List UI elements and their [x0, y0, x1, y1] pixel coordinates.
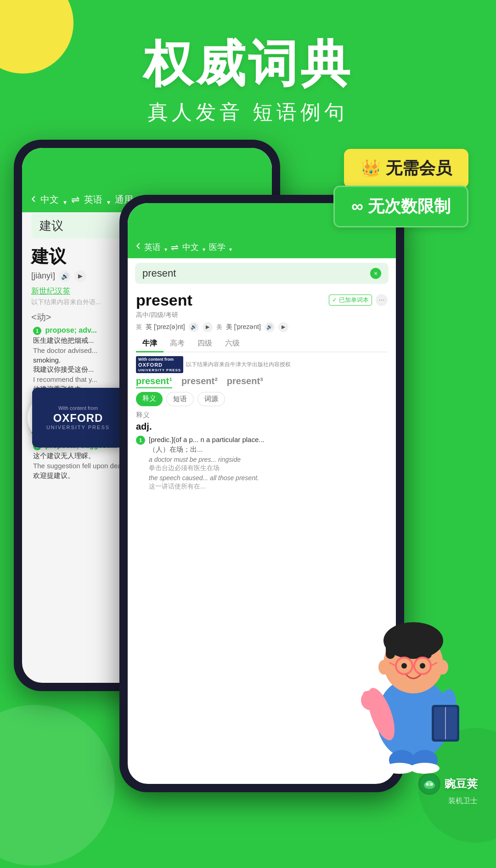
badge-no-member: 👑 无需会员 — [344, 149, 468, 188]
watermark-content: 豌豆荚 装机卫士 — [418, 772, 478, 806]
front-word-actions: ✓ 已加单词本 ··· — [329, 294, 388, 306]
oxford-mini-badge: With content from OXFORD UNIVERSITY PRES… — [136, 356, 183, 374]
badge-no-limit: ∞ 无次数限制 — [333, 186, 468, 227]
tab-cet4[interactable]: 四级 — [191, 336, 219, 352]
subtab-etymology[interactable]: 词源 — [197, 392, 225, 406]
tab-gaokao[interactable]: 高考 — [163, 336, 191, 352]
oxford-brand-text: OXFORD — [53, 412, 103, 425]
example-en-1: a doctor must be pres... ringside — [149, 456, 265, 463]
badge-no-limit-text: 无次数限制 — [368, 195, 451, 218]
dropdown-icon2: ▾ — [107, 199, 110, 206]
front-lang-to[interactable]: 中文 — [182, 242, 199, 253]
tab-cet6[interactable]: 六级 — [219, 336, 246, 352]
hero-subtitle: 真人发音 短语例句 — [0, 99, 496, 126]
svg-point-13 — [401, 663, 407, 669]
front-sub-tabs: 释义 短语 词源 — [136, 392, 388, 406]
play-icon[interactable]: ▶ — [74, 270, 86, 282]
front-dropdown2: ▾ — [203, 246, 205, 253]
def-num-1: 1 — [33, 327, 41, 335]
sound-icon[interactable]: 🔊 — [59, 270, 71, 282]
crown-icon: 👑 — [361, 159, 381, 178]
subtab-phrase[interactable]: 短语 — [166, 392, 194, 406]
front-word-section: present ✓ 已加单词本 ··· 高中/四级/考研 英 英 ['prez(… — [128, 289, 396, 496]
def-text-1: [predic.](of a p... n a particular place… — [149, 435, 265, 445]
play-us-icon[interactable]: ▶ — [278, 322, 288, 332]
svg-point-25 — [385, 763, 414, 774]
example-en-2: the speech caused... all those present. — [149, 474, 265, 482]
svg-point-15 — [378, 660, 389, 675]
bookmark-icon[interactable]: ✓ 已加单词本 — [329, 295, 372, 306]
svg-point-33 — [430, 783, 433, 786]
phonetic-en-text: 英 ['prez(ə)nt] — [146, 323, 185, 331]
front-phonetics-row: 英 英 ['prez(ə)nt] 🔊 ▶ 美 美 ['prezənt] 🔊 ▶ — [136, 322, 388, 332]
wandoujia-row: 豌豆荚 — [418, 772, 478, 795]
front-pos: adj. — [136, 421, 388, 432]
variant-2[interactable]: present² — [181, 376, 218, 388]
oxford-source-text: 以下结果内容来自牛津大学出版社内容授权 — [186, 361, 291, 369]
sound-en-icon[interactable]: 🔊 — [189, 322, 199, 332]
lang-from-label[interactable]: 中文 — [40, 193, 59, 206]
front-dropdown3: ▾ — [229, 246, 232, 253]
phonetic-en-label: 英 — [136, 323, 142, 331]
tab-oxford[interactable]: 牛津 — [136, 336, 163, 352]
front-swap-icon[interactable]: ⇌ — [171, 242, 179, 253]
example-cn-1: 拳击台边必须有医生在场 — [149, 464, 265, 472]
back-search-text: 建议 — [39, 218, 63, 234]
front-dropdown1: ▾ — [164, 246, 167, 253]
front-word-level: 高中/四级/考研 — [136, 311, 388, 319]
def-row-1: 1 [predic.](of a p... n a particular pla… — [136, 435, 388, 491]
front-word-header: present ✓ 已加单词本 ··· — [136, 291, 388, 309]
svg-point-14 — [420, 663, 425, 669]
section-label: 释义 — [136, 411, 388, 420]
oxford-inline-badge: With content from OXFORD UNIVERSITY PRES… — [136, 356, 388, 374]
badge-no-member-text: 无需会员 — [386, 157, 452, 180]
svg-rect-27 — [363, 691, 370, 705]
wandoujia-icon — [418, 772, 441, 795]
svg-rect-6 — [386, 636, 395, 659]
lang-to-label[interactable]: 英语 — [84, 193, 102, 206]
front-dict-tabs: 牛津 高考 四级 六级 — [136, 336, 388, 352]
def-cn-1: （人）在场；出... — [149, 445, 265, 454]
back-pinyin-text: [jiànyì] — [31, 271, 55, 281]
hero-title: 权威词典 — [0, 37, 496, 91]
variant-1[interactable]: present¹ — [136, 376, 172, 388]
phonetic-us-text: 美 ['prezənt] — [226, 323, 261, 331]
front-search-bar[interactable]: present × — [135, 263, 389, 284]
hero-section: 权威词典 真人发音 短语例句 — [0, 0, 496, 135]
def1-text: propose; adv... — [45, 326, 97, 334]
swap-icon[interactable]: ⇌ — [71, 194, 79, 206]
front-search-word: present — [142, 267, 176, 279]
watermark-sub: 装机卫士 — [448, 796, 478, 806]
def-content-1: [predic.](of a p... n a particular place… — [149, 435, 265, 491]
more-icon[interactable]: ··· — [376, 294, 388, 306]
svg-rect-7 — [423, 636, 432, 659]
watermark-name: 豌豆荚 — [445, 777, 478, 791]
def-num-circle-1: 1 — [136, 436, 145, 445]
phonetic-us-label: 美 — [216, 323, 222, 331]
play-en-icon[interactable]: ▶ — [203, 322, 213, 332]
svg-point-32 — [426, 783, 428, 786]
bottom-circle-1 — [0, 705, 115, 866]
front-lang-from[interactable]: 英语 — [144, 242, 161, 253]
svg-point-16 — [437, 660, 448, 675]
front-search-clear[interactable]: × — [370, 268, 381, 279]
front-back-chevron[interactable]: ‹ — [136, 237, 141, 253]
front-word-main: present — [136, 291, 192, 309]
sound-us-icon[interactable]: 🔊 — [265, 322, 275, 332]
oxford-with-text: With content from — [58, 405, 98, 411]
phone-area: 👑 无需会员 ∞ 无次数限制 ‹ 中文 ▾ ⇌ 英语 ▾ 通用 ▾ 建议 — [0, 140, 496, 820]
oxford-press-text: UNIVERSITY PRESS — [46, 425, 110, 430]
oxford-badge: With content from OXFORD UNIVERSITY PRES… — [32, 388, 124, 448]
infinity-icon: ∞ — [351, 197, 363, 216]
front-mode[interactable]: 医学 — [209, 242, 225, 253]
dropdown-icon: ▾ — [63, 199, 67, 206]
back-chevron-icon[interactable]: ‹ — [31, 190, 36, 206]
character-svg — [340, 590, 487, 774]
character-illustration — [340, 590, 487, 774]
subtab-definition[interactable]: 释义 — [136, 392, 163, 406]
word-variants-row: present¹ present² present³ — [136, 376, 388, 388]
example-cn-2: 这一讲话使所有在... — [149, 482, 265, 491]
watermark: 豌豆荚 装机卫士 — [418, 772, 478, 806]
variant-3[interactable]: present³ — [227, 376, 263, 388]
